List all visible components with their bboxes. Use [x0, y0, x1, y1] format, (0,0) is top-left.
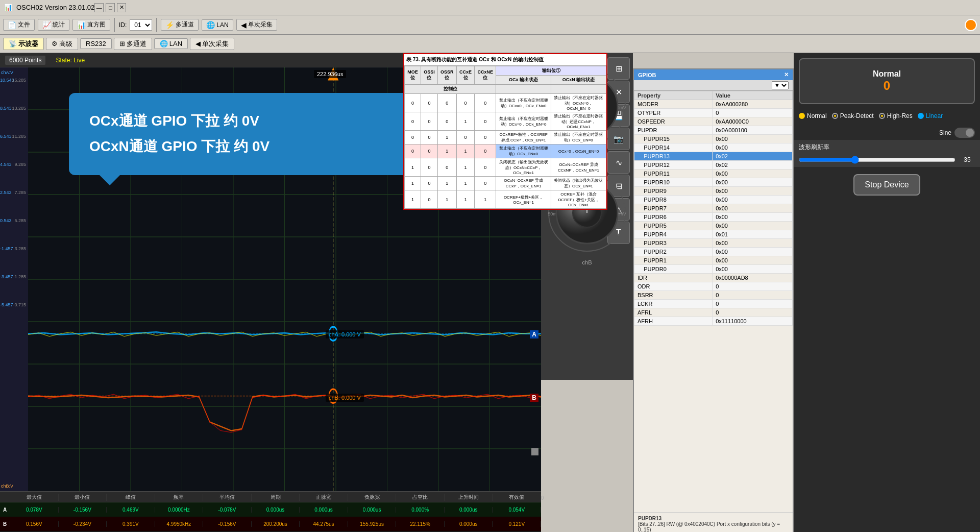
cursor-time-tip: 222.936us [314, 70, 346, 78]
y-axis-labels: chA:V 10.543 15.285 8.543 13.285 6.543 1… [0, 67, 28, 491]
histogram-icon: 📊 [77, 21, 86, 29]
cha-scale: chA:V [1, 70, 13, 75]
peak-detect-radio[interactable]: Peak-Detect [832, 112, 874, 119]
multichannel-icon2: ⊞ [119, 40, 125, 47]
annotation-line1: OCx通道 GPIO 下拉 约 0V [89, 108, 396, 134]
close-btn[interactable]: ✕ [117, 3, 126, 12]
sine-label: Sine [939, 129, 951, 136]
lan-icon2: 🌐 [160, 40, 168, 47]
right-bottom-panel: Normal 0 Normal Peak-Detect High-Res [794, 53, 980, 532]
scope-icon: 📡 [9, 40, 17, 47]
id-label: ID: [119, 21, 127, 29]
chb-knob-label: chB [582, 259, 592, 265]
gpio-panel: GPIOB ✕ ▼ Property Value [633, 68, 794, 532]
annotation-line2: OCxN通道 GPIO 下拉 约 0V [89, 134, 396, 159]
app-icon: 📊 [4, 4, 12, 11]
advanced-icon: ⚙ [52, 40, 58, 47]
normal-radio-dot [799, 113, 805, 119]
scope-btn[interactable]: 📡 示波器 [3, 38, 44, 50]
gpio-property-table: Property Value MODER0xAA000280OTYPER0OSP… [634, 91, 793, 326]
gpio-dropdown[interactable]: ▼ [772, 81, 789, 89]
table-row: 00110 禁止输出（不应在定时器驱动）OCx_EN=0 OCx=0，OCxN_… [405, 144, 606, 158]
chb-swatch [531, 448, 538, 455]
record-btn[interactable] [965, 19, 977, 31]
table-row: 00010 禁止输出（不应在定时器驱动）OCx=0，OCx_EN=0 禁止输出（… [405, 112, 606, 131]
table-overlay: 表 73. 具有断路功能的互补通道 OCx 和 OCxN 的输出控制值 MOE位… [403, 53, 607, 210]
normal-mode-radio[interactable]: Normal [799, 112, 827, 119]
high-res-radio[interactable]: High-Res [879, 112, 913, 119]
peak-radio-dot [832, 113, 838, 119]
id-select[interactable]: 01 02 [130, 19, 152, 31]
linear-radio[interactable]: Linear [918, 112, 943, 119]
highres-radio-dot [879, 113, 885, 119]
stats-btn[interactable]: 📈 统计 [38, 19, 69, 31]
normal-title: Normal [810, 69, 964, 79]
main-content: 6000 Points State: Live chA:V 10.543 15.… [0, 53, 980, 532]
advanced-btn[interactable]: ⚙ 高级 [46, 38, 78, 50]
sine-row: Sine [794, 126, 980, 140]
gpio-header: GPIOB ✕ [634, 69, 793, 80]
title-text: OSCH02 Version 23.01.02 [16, 4, 94, 11]
stop-btn-container: Stop Device [794, 167, 980, 203]
table-row: 00100 OCxREF+极性，OCXREF 异成 CCxP，OCx_EN=1 … [405, 131, 606, 144]
multichannel-icon: ⚡ [165, 21, 174, 29]
table-row: 10010 关闭状态（输出强为无效状态）OCxN=CCxP，OCx_EN=1 O… [405, 158, 606, 177]
toolbar: 📄 文件 📈 统计 📊 直方图 ID: 01 02 ⚡ 多通道 🌐 LAN ◀ … [0, 15, 980, 35]
multichannel-btn[interactable]: ⚡ 多通道 [161, 19, 199, 31]
rs232-btn[interactable]: RS232 [80, 38, 112, 49]
maximize-btn[interactable]: □ [106, 3, 115, 12]
chb-voltage-tip: chB: 0.000 V [326, 394, 364, 402]
normal-value: 0 [810, 79, 964, 93]
sine-toggle[interactable] [954, 128, 975, 138]
sep2 [156, 18, 157, 32]
linear-radio-dot [918, 113, 924, 119]
gpio-subheader: ▼ [634, 80, 793, 91]
minimize-btn[interactable]: — [94, 3, 104, 12]
reference-table: MOE位 OSSI位 OSSR位 CCxE位 CCxNE位 输出位① OCx 输… [404, 66, 606, 209]
stats-icon: 📈 [42, 21, 51, 29]
table-row: 10110 OCxN=OCxREF 异成 CCxP，OCx_EN=1 关闭状态（… [405, 177, 606, 190]
oscilloscope-panel: 6000 Points State: Live chA:V 10.543 15.… [0, 53, 541, 532]
gpio-close-btn[interactable]: ✕ [784, 71, 789, 78]
single-acq-icon2: ◀ [195, 40, 201, 47]
single-acq-btn2[interactable]: ◀ 单次采集 [190, 38, 234, 50]
table-row: 10111 OCREF+极性+关区，OCx_EN=1 OCREF 互补（混合 O… [405, 190, 606, 209]
lan-btn[interactable]: 🌐 LAN [202, 19, 233, 31]
title-bar: 📊 OSCH02 Version 23.01.02 — □ ✕ [0, 0, 980, 15]
measurement-row-b: B 0.156V -0.234V 0.391V 4.9950kHz -0.156… [0, 517, 541, 531]
cha-marker: A [530, 330, 538, 338]
multichannel-btn2[interactable]: ⊞ 多通道 [114, 38, 152, 50]
single-acq-icon: ◀ [241, 21, 247, 29]
single-acq-btn[interactable]: ◀ 单次采集 [236, 19, 277, 31]
measurements-header: 最大值 最小值 峰值 频率 平均值 周期 正脉宽 负脉宽 占空比 上升时间 有效… [0, 492, 541, 502]
table-title: 表 73. 具有断路功能的互补通道 OCx 和 OCxN 的输出控制值 [404, 54, 606, 66]
chb-marker: B [530, 394, 538, 402]
annotation-box: OCx通道 GPIO 下拉 约 0V OCxN通道 GPIO 下拉 约 0V [69, 93, 416, 175]
chb-scale: chB:V [1, 483, 13, 489]
lan-icon: 🌐 [206, 21, 215, 29]
rate-label: 波形刷新率 [799, 143, 829, 152]
gpio-title: GPIOB [638, 72, 656, 78]
gpio-description: PUPDR13 [Bits 27..26] RW (@ 0x4002040C) … [634, 512, 793, 532]
stop-device-btn[interactable]: Stop Device [853, 174, 920, 196]
table-row: 00000 禁止输出（不应在定时器驱动）OCx=0，OCx_EN=0 禁止输出（… [405, 94, 606, 112]
histogram-btn[interactable]: 📊 直方图 [72, 19, 110, 31]
measurements-panel: 最大值 最小值 峰值 频率 平均值 周期 正脉宽 负脉宽 占空比 上升时间 有效… [0, 491, 541, 532]
gpio-properties-scroll[interactable]: Property Value MODER0xAA000280OTYPER0OSP… [634, 91, 793, 512]
lan-btn2[interactable]: 🌐 LAN [154, 38, 188, 49]
toolbar2: 📡 示波器 ⚙ 高级 RS232 ⊞ 多通道 🌐 LAN ◀ 单次采集 [0, 35, 980, 53]
state-display: State: Live [56, 57, 85, 64]
rate-value: 35 [960, 156, 975, 163]
acquisition-mode-row: Normal Peak-Detect High-Res Linear [794, 109, 980, 123]
normal-box: Normal 0 [799, 58, 975, 104]
file-btn[interactable]: 📄 文件 [3, 19, 35, 31]
points-display: 6000 Points [5, 56, 45, 65]
file-icon: 📄 [8, 21, 16, 29]
rate-slider[interactable] [799, 156, 955, 164]
sep1 [114, 18, 115, 32]
cha-voltage-tip: chA: 0.000 V [326, 330, 364, 338]
measurement-row-a: A 0.078V -0.156V 0.469V 0.0000Hz -0.078V… [0, 502, 541, 517]
waveform-rate-panel: 波形刷新率 35 [794, 140, 980, 167]
